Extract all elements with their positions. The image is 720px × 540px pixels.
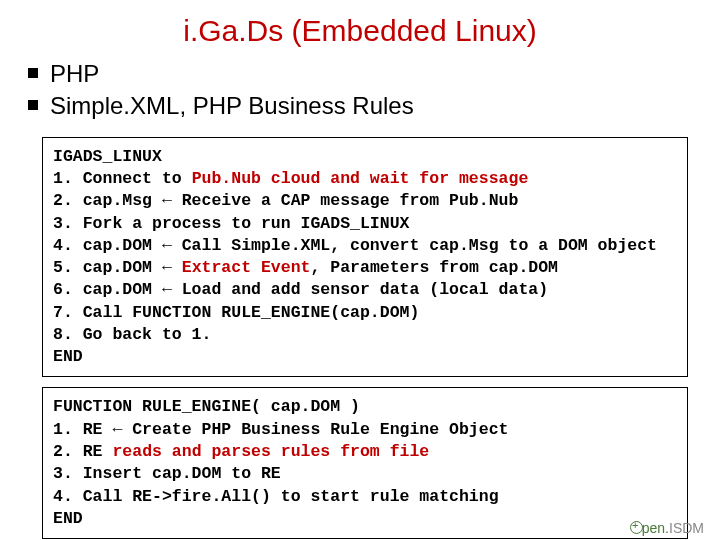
code-text: 1. Connect to	[53, 169, 192, 188]
logo-icon	[630, 521, 643, 534]
code-highlight: Extract Event	[182, 258, 311, 277]
code-line: 2. cap.Msg ← Receive a CAP message from …	[53, 190, 677, 212]
slide-title: i.Ga.Ds (Embedded Linux)	[24, 14, 696, 48]
bullet-list: PHP Simple.XML, PHP Business Rules	[28, 58, 696, 123]
logo-text: pen.	[642, 520, 669, 536]
code-line: IGADS_LINUX	[53, 146, 677, 168]
code-highlight: reads and parses rules from file	[112, 442, 429, 461]
code-line: 3. Insert cap.DOM to RE	[53, 463, 677, 485]
code-line: 2. RE reads and parses rules from file	[53, 441, 677, 463]
list-item: PHP	[28, 58, 696, 90]
code-text: 2. RE	[53, 442, 112, 461]
algorithm-box-rule-engine: FUNCTION RULE_ENGINE( cap.DOM ) 1. RE ← …	[42, 387, 688, 539]
code-line: 8. Go back to 1.	[53, 324, 677, 346]
code-highlight: Pub.Nub cloud and wait for message	[192, 169, 529, 188]
code-line: END	[53, 346, 677, 368]
code-text: 5. cap.DOM ←	[53, 258, 182, 277]
code-text: , Parameters from cap.DOM	[310, 258, 558, 277]
code-line: 5. cap.DOM ← Extract Event, Parameters f…	[53, 257, 677, 279]
footer-logo: pen.ISDM	[630, 520, 704, 536]
code-line: FUNCTION RULE_ENGINE( cap.DOM )	[53, 396, 677, 418]
code-line: 4. Call RE->fire.All() to start rule mat…	[53, 486, 677, 508]
algorithm-box-igads: IGADS_LINUX 1. Connect to Pub.Nub cloud …	[42, 137, 688, 378]
code-line: 3. Fork a process to run IGADS_LINUX	[53, 213, 677, 235]
code-line: 1. RE ← Create PHP Business Rule Engine …	[53, 419, 677, 441]
logo-text-grey: ISDM	[669, 520, 704, 536]
list-item: Simple.XML, PHP Business Rules	[28, 90, 696, 122]
code-line: 6. cap.DOM ← Load and add sensor data (l…	[53, 279, 677, 301]
code-line: 4. cap.DOM ← Call Simple.XML, convert ca…	[53, 235, 677, 257]
code-line: END	[53, 508, 677, 530]
code-line: 7. Call FUNCTION RULE_ENGINE(cap.DOM)	[53, 302, 677, 324]
code-line: 1. Connect to Pub.Nub cloud and wait for…	[53, 168, 677, 190]
